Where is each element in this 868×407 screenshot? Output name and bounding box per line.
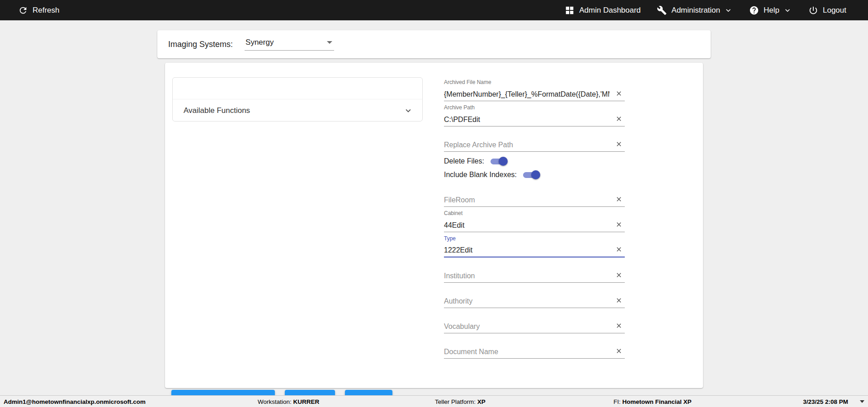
main-settings-card: Available Functions Archived File Name A… — [165, 63, 703, 388]
wrench-icon — [657, 5, 667, 15]
toggle-group: Delete Files: Include Blank Indexes: — [444, 154, 625, 182]
available-functions-panel: Available Functions — [172, 77, 423, 122]
select-dropdown-arrow-icon — [327, 41, 332, 44]
clear-icon[interactable] — [613, 269, 625, 281]
teller-platform-value: XP — [477, 398, 486, 405]
help-label: Help — [764, 6, 779, 15]
toggle-thumb — [531, 170, 540, 179]
institution-input[interactable] — [444, 272, 609, 280]
logout-label: Logout — [823, 6, 846, 15]
chevron-down-icon — [783, 6, 792, 15]
help-icon — [749, 5, 759, 15]
clear-icon[interactable] — [613, 113, 625, 125]
statusbar-user: Admin1@hometownfinancialxp.onmicrosoft.c… — [4, 398, 146, 405]
field-replace-archive-path — [444, 126, 625, 152]
field-document-name — [444, 333, 625, 359]
field-label: Type — [444, 235, 456, 242]
topbar-right: Admin Dashboard Administration Help Logo… — [565, 5, 846, 15]
field-archived-file-name: Archived File Name — [444, 76, 625, 101]
clear-icon[interactable] — [613, 243, 625, 255]
imaging-system-select[interactable]: Synergy — [245, 38, 334, 51]
administration-menu[interactable]: Administration — [657, 5, 733, 15]
delete-files-toggle[interactable] — [489, 156, 508, 166]
topbar: Refresh Admin Dashboard Administration H… — [0, 0, 868, 20]
fi-label: FI: — [613, 398, 621, 405]
teller-platform-label: Teller Platform: — [435, 398, 476, 405]
clear-icon[interactable] — [613, 88, 625, 99]
statusbar-caret-icon — [860, 400, 864, 403]
refresh-button[interactable]: Refresh — [18, 5, 60, 15]
document-name-input[interactable] — [444, 348, 609, 356]
field-archive-path: Archive Path — [444, 101, 625, 126]
available-functions-label: Available Functions — [184, 106, 250, 115]
statusbar-financial-institution: FI: Hometown Financial XP — [613, 398, 692, 405]
workstation-value: KURRER — [293, 398, 320, 405]
replace-archive-path-input[interactable] — [444, 141, 609, 149]
workstation-label: Workstation: — [258, 398, 292, 405]
field-label: Cabinet — [444, 210, 462, 216]
archive-settings-form: Archived File Name Archive Path Delete F… — [444, 76, 625, 359]
refresh-label: Refresh — [33, 6, 60, 15]
clear-icon[interactable] — [613, 320, 625, 332]
administration-label: Administration — [671, 6, 720, 15]
field-fileroom — [444, 182, 625, 207]
type-input[interactable] — [444, 246, 609, 254]
chevron-down-icon — [403, 106, 413, 116]
statusbar-teller-platform: Teller Platform: XP — [435, 398, 486, 405]
toggle-thumb — [499, 157, 508, 166]
functions-panel-header-row — [173, 78, 422, 99]
clear-icon[interactable] — [613, 345, 625, 357]
include-blank-indexes-toggle[interactable] — [521, 170, 540, 180]
admin-dashboard-button[interactable]: Admin Dashboard — [565, 5, 641, 15]
imaging-system-selected-value: Synergy — [245, 38, 274, 47]
admin-dashboard-label: Admin Dashboard — [579, 6, 641, 15]
clear-icon[interactable] — [613, 295, 625, 306]
statusbar-datetime: 3/23/25 2:08 PM — [803, 398, 848, 405]
include-blank-indexes-label: Include Blank Indexes: — [444, 171, 517, 179]
fi-value: Hometown Financial XP — [623, 398, 692, 405]
statusbar-workstation: Workstation: KURRER — [258, 398, 319, 405]
field-cabinet: Cabinet — [444, 207, 625, 232]
archive-path-input[interactable] — [444, 116, 609, 124]
logout-button[interactable]: Logout — [808, 5, 846, 15]
help-menu[interactable]: Help — [749, 5, 792, 15]
clear-icon[interactable] — [613, 219, 625, 230]
vocabulary-input[interactable] — [444, 323, 609, 331]
fileroom-input[interactable] — [444, 196, 609, 204]
delete-files-row: Delete Files: — [444, 154, 625, 168]
field-vocabulary — [444, 308, 625, 333]
refresh-icon — [18, 5, 28, 15]
imaging-systems-label: Imaging Systems: — [168, 40, 233, 49]
available-functions-expander[interactable]: Available Functions — [173, 99, 422, 122]
clear-icon[interactable] — [613, 138, 625, 150]
cabinet-input[interactable] — [444, 221, 609, 229]
clear-icon[interactable] — [613, 193, 625, 205]
archived-file-name-input[interactable] — [444, 90, 609, 98]
imaging-systems-card: Imaging Systems: Synergy — [157, 30, 711, 58]
page: Refresh Admin Dashboard Administration H… — [0, 0, 868, 407]
field-label: Archived File Name — [444, 79, 491, 85]
field-authority — [444, 283, 625, 308]
field-label: Archive Path — [444, 104, 475, 111]
statusbar: Admin1@hometownfinancialxp.onmicrosoft.c… — [0, 395, 868, 407]
field-institution — [444, 257, 625, 283]
field-type: Type — [444, 232, 625, 257]
power-icon — [808, 5, 818, 15]
delete-files-label: Delete Files: — [444, 157, 484, 165]
authority-input[interactable] — [444, 297, 609, 305]
include-blank-indexes-row: Include Blank Indexes: — [444, 168, 625, 182]
chevron-down-icon — [724, 6, 733, 15]
dashboard-grid-icon — [565, 5, 575, 15]
